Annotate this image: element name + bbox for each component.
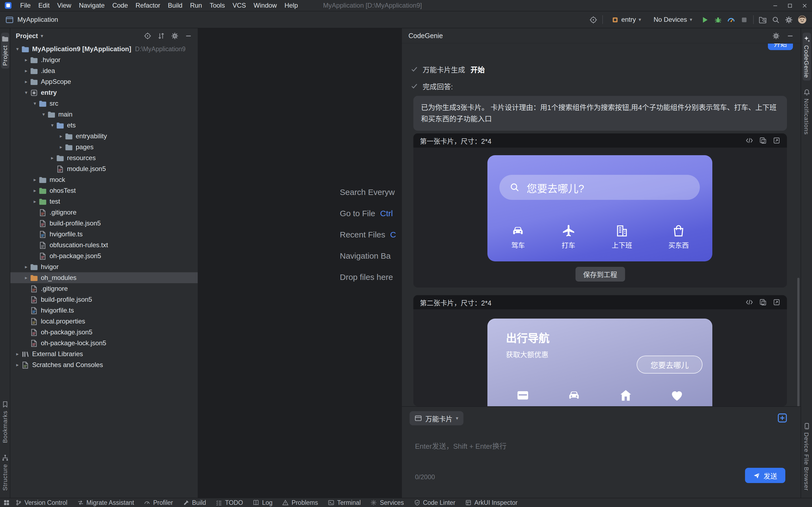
- tree-item[interactable]: build-profile.json5: [10, 218, 198, 229]
- debug-button[interactable]: [714, 15, 722, 24]
- nav-card-button[interactable]: 您要去哪儿: [637, 356, 702, 374]
- device-selector[interactable]: No Devices ▾: [650, 14, 696, 25]
- tree-chevron-icon[interactable]: ▾: [14, 46, 21, 52]
- menu-build[interactable]: Build: [164, 1, 186, 10]
- chevron-down-icon[interactable]: ▾: [41, 34, 43, 38]
- stripe-tab-codegenie[interactable]: CodeGenie: [803, 33, 811, 80]
- stripe-tab-bookmarks[interactable]: Bookmarks: [1, 398, 9, 446]
- statusbar-todo[interactable]: TODO: [216, 499, 243, 506]
- tree-chevron-icon[interactable]: ▸: [57, 144, 65, 150]
- statusbar-profiler[interactable]: Profiler: [144, 499, 173, 506]
- menu-run[interactable]: Run: [186, 1, 206, 10]
- tree-chevron-icon[interactable]: ▾: [49, 122, 56, 128]
- tree-chevron-icon[interactable]: ▸: [57, 133, 65, 139]
- tree-chevron-icon[interactable]: ▸: [22, 68, 30, 73]
- menu-window[interactable]: Window: [250, 1, 281, 10]
- tree-chevron-icon[interactable]: ▸: [22, 264, 30, 270]
- view-code-icon[interactable]: [746, 137, 753, 144]
- menu-file[interactable]: File: [16, 1, 35, 10]
- search-everywhere-icon[interactable]: [772, 15, 780, 24]
- layout-grid-icon[interactable]: [3, 499, 10, 506]
- codegenie-hide-icon[interactable]: [787, 32, 794, 40]
- tree-item[interactable]: obfuscation-rules.txt: [10, 240, 198, 250]
- stripe-tab-structure[interactable]: Structure: [1, 451, 9, 493]
- card-search-bar[interactable]: 您要去哪儿?: [500, 175, 700, 200]
- stripe-tab-notifications[interactable]: Notifications: [803, 86, 811, 137]
- card-feature-plane[interactable]: 打车: [561, 224, 575, 250]
- menu-navigate[interactable]: Navigate: [75, 1, 109, 10]
- save-to-project-button[interactable]: 保存到工程: [575, 267, 625, 282]
- statusbar-code-linter[interactable]: Code Linter: [414, 499, 455, 506]
- project-title[interactable]: Project: [16, 32, 38, 40]
- run-button[interactable]: [701, 15, 709, 24]
- copy-icon[interactable]: [759, 137, 767, 144]
- view-code-icon[interactable]: [746, 298, 753, 306]
- tree-item[interactable]: hvigorfile.ts: [10, 229, 198, 240]
- select-opened-file-icon[interactable]: [144, 32, 152, 40]
- tree-item[interactable]: ▾ets: [10, 120, 198, 131]
- tree-item[interactable]: oh-package.json5: [10, 327, 198, 338]
- tree-item[interactable]: ▾entry: [10, 87, 198, 98]
- tree-chevron-icon[interactable]: ▸: [49, 155, 56, 161]
- card-feature-commute[interactable]: 上下班: [612, 224, 632, 250]
- tree-item[interactable]: hvigorfile.ts: [10, 305, 198, 316]
- hide-panel-icon[interactable]: [185, 32, 192, 40]
- tree-item[interactable]: build-profile.json5: [10, 294, 198, 305]
- tree-chevron-icon[interactable]: ▸: [14, 351, 21, 357]
- statusbar-services[interactable]: Services: [370, 499, 404, 506]
- user-avatar[interactable]: [798, 15, 807, 24]
- menu-help[interactable]: Help: [281, 1, 302, 10]
- tree-item[interactable]: ▸mock: [10, 174, 198, 185]
- statusbar-migrate-assistant[interactable]: Migrate Assistant: [77, 499, 134, 506]
- send-button[interactable]: 发送: [745, 468, 785, 483]
- tree-chevron-icon[interactable]: ▸: [31, 177, 39, 182]
- tree-item[interactable]: ▾MyApplication9 [MyApplication]D:\MyAppl…: [10, 44, 198, 54]
- stripe-tab-device-file-browser[interactable]: Device File Browser: [803, 419, 811, 493]
- codegenie-chat-scroll[interactable]: 开始 万能卡片生成 开始 完成回答: 已为你生成3张卡片。 卡片设计理由：用1个…: [402, 44, 801, 406]
- tree-item[interactable]: ▸hvigor: [10, 262, 198, 272]
- menu-edit[interactable]: Edit: [35, 1, 53, 10]
- tree-item[interactable]: oh-package-lock.json5: [10, 338, 198, 348]
- tree-chevron-icon[interactable]: ▸: [31, 199, 39, 204]
- tree-item[interactable]: .gitignore: [10, 283, 198, 294]
- statusbar-arkui-inspector[interactable]: ArkUI Inspector: [465, 499, 518, 506]
- tree-item[interactable]: ▸oh_modules: [10, 272, 198, 283]
- attach-add-icon[interactable]: [777, 413, 788, 423]
- menu-view[interactable]: View: [53, 1, 75, 10]
- tree-item[interactable]: ▸resources: [10, 153, 198, 163]
- tree-item[interactable]: ▸Scratches and Consoles: [10, 359, 198, 370]
- tree-chevron-icon[interactable]: ▸: [31, 188, 39, 193]
- tree-item[interactable]: ▾main: [10, 109, 198, 120]
- codegenie-settings-icon[interactable]: [772, 32, 780, 40]
- tree-item[interactable]: ▸.hvigor: [10, 54, 198, 65]
- tree-chevron-icon[interactable]: ▸: [22, 57, 30, 63]
- stop-button[interactable]: [740, 15, 748, 24]
- toolbar-project[interactable]: MyApplication: [5, 15, 58, 24]
- statusbar-build[interactable]: Build: [183, 499, 206, 506]
- locate-target-icon[interactable]: [589, 15, 597, 24]
- tree-item[interactable]: ▸ohosTest: [10, 185, 198, 196]
- tree-item[interactable]: local.properties: [10, 316, 198, 327]
- tree-item[interactable]: ▸.idea: [10, 65, 198, 76]
- menu-vcs[interactable]: VCS: [229, 1, 250, 10]
- device-file-browser-icon[interactable]: [759, 15, 767, 24]
- close-icon[interactable]: [802, 2, 808, 8]
- card-feature-shop[interactable]: 买东西: [668, 224, 689, 250]
- export-preview-icon[interactable]: [773, 298, 780, 306]
- mode-chip[interactable]: 万能卡片 ▾: [410, 411, 463, 425]
- stripe-tab-project[interactable]: Project: [1, 33, 9, 69]
- tree-chevron-icon[interactable]: ▾: [31, 101, 39, 106]
- statusbar-problems[interactable]: Problems: [282, 499, 318, 506]
- tree-item[interactable]: oh-package.json5: [10, 250, 198, 262]
- settings-gear-icon[interactable]: [785, 15, 793, 24]
- tree-item[interactable]: ▸External Libraries: [10, 348, 198, 359]
- message-input[interactable]: Enter发送，Shift + Enter换行: [415, 441, 507, 451]
- tree-item[interactable]: ▸entryability: [10, 131, 198, 142]
- menu-refactor[interactable]: Refactor: [132, 1, 164, 10]
- tree-chevron-icon[interactable]: ▸: [22, 275, 30, 280]
- statusbar-log[interactable]: Log: [253, 499, 272, 506]
- editor-area[interactable]: Search EverywGo to FileCtrlRecent FilesC…: [198, 28, 401, 498]
- tree-chevron-icon[interactable]: ▸: [22, 79, 30, 84]
- tree-chevron-icon[interactable]: ▾: [22, 90, 30, 95]
- minimize-icon[interactable]: [772, 2, 778, 8]
